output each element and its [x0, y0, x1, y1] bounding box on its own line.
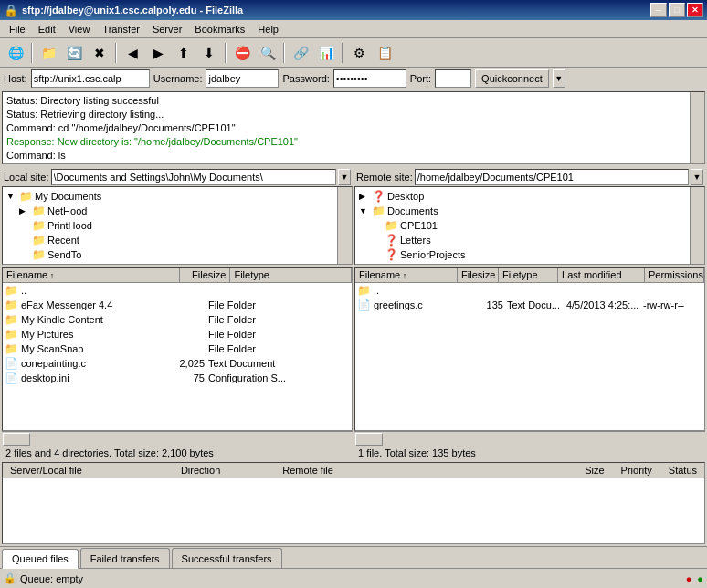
col-filename-local[interactable]: Filename — [3, 268, 180, 282]
titlebar-title: sftp://jdalbey@unix1.csc.calpoly.edu - F… — [22, 5, 243, 16]
log-pane: Status: Directory listing successfulStat… — [2, 91, 705, 164]
col-filesize-remote[interactable]: Filesize — [458, 268, 499, 282]
local-file-row-kindle[interactable]: 📁 My Kindle Content File Folder — [3, 312, 352, 327]
toolbar-download[interactable]: ⬇ — [197, 41, 221, 65]
toolbar-forward[interactable]: ▶ — [146, 41, 170, 65]
tree-item-nethood[interactable]: ▶ 📁 NetHood — [5, 204, 350, 218]
toolbar-log[interactable]: 📋 — [373, 41, 396, 65]
local-filelist-panel: Filename Filesize Filetype 📁 .. 📁 eFax M… — [2, 267, 353, 460]
port-input[interactable] — [435, 69, 471, 88]
menu-item-server[interactable]: Server — [147, 22, 187, 37]
host-input[interactable] — [31, 69, 150, 88]
menu-item-view[interactable]: View — [63, 22, 96, 37]
toolbar-open-manager[interactable]: 📁 — [37, 41, 60, 65]
log-scrollbar[interactable] — [690, 92, 704, 163]
log-line-2: Command: cd "/home/jdalbey/Documents/CPE… — [6, 121, 701, 135]
local-tree-scrollbar[interactable] — [337, 187, 352, 264]
tree-item-recent[interactable]: 📁 Recent — [5, 233, 350, 247]
expand-icon: ▼ — [359, 206, 370, 215]
remote-tree-content: ▶ ❓ Desktop ▼ 📁 Documents 📁 CPE101 — [355, 187, 704, 264]
password-label: Password: — [282, 73, 329, 84]
tree-item-mydocuments[interactable]: ▼ 📁 My Documents — [5, 189, 350, 204]
tree-item-letters[interactable]: ❓ Letters — [357, 233, 702, 247]
password-input[interactable] — [333, 69, 406, 88]
toolbar-filter[interactable]: 🔍 — [256, 41, 280, 65]
remote-tree-scrollbar[interactable] — [690, 187, 704, 264]
remote-site-dropdown[interactable]: ▼ — [691, 169, 703, 185]
toolbar-new-site[interactable]: 🌐 — [4, 41, 27, 65]
remote-file-row-greetings[interactable]: 📄 greetings.c 135 Text Docu... 4/5/2013 … — [355, 298, 704, 312]
menu-item-help[interactable]: Help — [252, 22, 284, 37]
username-input[interactable] — [206, 69, 279, 88]
toolbar-settings[interactable]: ⚙ — [347, 41, 371, 65]
local-file-row-conepainting[interactable]: 📄 conepainting.c 2,025 Text Document — [3, 356, 352, 371]
tree-item-printhood[interactable]: 📁 PrintHood — [5, 218, 350, 233]
tree-item-documents[interactable]: ▼ 📁 Documents — [357, 204, 702, 218]
folder-icon: 📁 — [32, 205, 46, 217]
menubar: FileEditViewTransferServerBookmarksHelp — [0, 20, 707, 38]
folder-icon: 📁 — [32, 219, 46, 232]
col-filename-remote[interactable]: Filename — [355, 268, 458, 282]
local-hscrollbar[interactable] — [2, 431, 353, 446]
folder-icon: 📁 — [5, 313, 18, 326]
statusbar-right: ● ● — [686, 573, 703, 584]
queue-col-direction: Direction — [177, 464, 224, 477]
folder-icon: 📁 — [372, 205, 385, 217]
tab-queued-files[interactable]: Queued files — [2, 549, 79, 569]
remote-hscrollbar[interactable] — [354, 431, 705, 446]
local-file-row-up[interactable]: 📁 .. — [3, 283, 352, 298]
local-file-row-scansnap[interactable]: 📁 My ScanSnap File Folder — [3, 341, 352, 356]
remote-modified: 4/5/2013 4:25:... — [566, 299, 643, 310]
maximize-button[interactable]: □ — [669, 3, 685, 17]
log-line-0: Status: Directory listing successful — [6, 94, 701, 108]
tab-failed-transfers[interactable]: Failed transfers — [80, 548, 170, 568]
remote-status-bar: 1 file. Total size: 135 bytes — [354, 446, 705, 460]
toolbar-refresh[interactable]: 🔄 — [62, 41, 86, 65]
col-filesize-local[interactable]: Filesize — [180, 268, 230, 282]
tree-item-sendto[interactable]: 📁 SendTo — [5, 247, 350, 262]
tree-item-cpe101[interactable]: 📁 CPE101 — [357, 218, 702, 233]
folder-icon: 📁 — [385, 219, 398, 232]
remote-filesize: 135 — [466, 299, 507, 310]
tree-label: Desktop — [387, 191, 424, 202]
close-button[interactable]: ✕ — [687, 3, 703, 17]
col-permissions-remote[interactable]: Permissions — [645, 268, 704, 282]
col-filetype-local[interactable]: Filetype — [230, 268, 352, 282]
quickconnect-dropdown[interactable]: ▼ — [553, 69, 565, 88]
menu-item-transfer[interactable]: Transfer — [97, 22, 145, 37]
toolbar-compare[interactable]: 📊 — [314, 41, 338, 65]
col-modified-remote[interactable]: Last modified — [558, 268, 645, 282]
folder-icon: 📁 — [32, 234, 46, 247]
tree-item-seniorprojects[interactable]: ❓ SeniorProjects — [357, 247, 702, 262]
tab-successful-transfers[interactable]: Successful transfers — [172, 548, 282, 568]
toolbar-synced[interactable]: 🔗 — [289, 41, 312, 65]
local-file-row-desktop-ini[interactable]: 📄 desktop.ini 75 Configuration S... — [3, 371, 352, 385]
site-bars-row: Local site: ▼ ▼ 📁 My Documents ▶ 📁 NetHo… — [2, 168, 705, 265]
local-site-path[interactable] — [51, 169, 336, 185]
toolbar-cancel[interactable]: ⛔ — [230, 41, 254, 65]
local-hscrollbar-thumb[interactable] — [3, 433, 30, 446]
local-site-bar: Local site: ▼ — [2, 168, 353, 186]
remote-file-row-up[interactable]: 📁 .. — [355, 283, 704, 298]
col-filetype-remote[interactable]: Filetype — [499, 268, 558, 282]
tree-label: Letters — [400, 235, 431, 246]
remote-hscrollbar-thumb[interactable] — [355, 433, 383, 446]
tree-label: Recent — [47, 235, 79, 246]
remote-filelist-panel: Filename Filesize Filetype Last modified… — [354, 267, 705, 460]
local-site-dropdown[interactable]: ▼ — [338, 169, 351, 185]
quickconnect-button[interactable]: Quickconnect — [475, 69, 549, 88]
menu-item-bookmarks[interactable]: Bookmarks — [189, 22, 250, 37]
toolbar-back[interactable]: ◀ — [121, 41, 144, 65]
toolbar-upload[interactable]: ⬆ — [172, 41, 195, 65]
local-file-row-pictures[interactable]: 📁 My Pictures File Folder — [3, 327, 352, 341]
remote-site-path[interactable] — [415, 169, 689, 185]
tree-item-desktop[interactable]: ▶ ❓ Desktop — [357, 189, 702, 204]
local-file-row-efax[interactable]: 📁 eFax Messenger 4.4 File Folder — [3, 298, 352, 312]
menu-item-file[interactable]: File — [4, 22, 31, 37]
menu-item-edit[interactable]: Edit — [33, 22, 61, 37]
bottom-tabs: Queued files Failed transfers Successful… — [0, 546, 707, 568]
toolbar-disconnect[interactable]: ✖ — [88, 41, 111, 65]
queue-section: Server/Local file Direction Remote file … — [2, 462, 705, 544]
minimize-button[interactable]: ─ — [650, 3, 667, 17]
folder-icon: ❓ — [385, 234, 398, 247]
